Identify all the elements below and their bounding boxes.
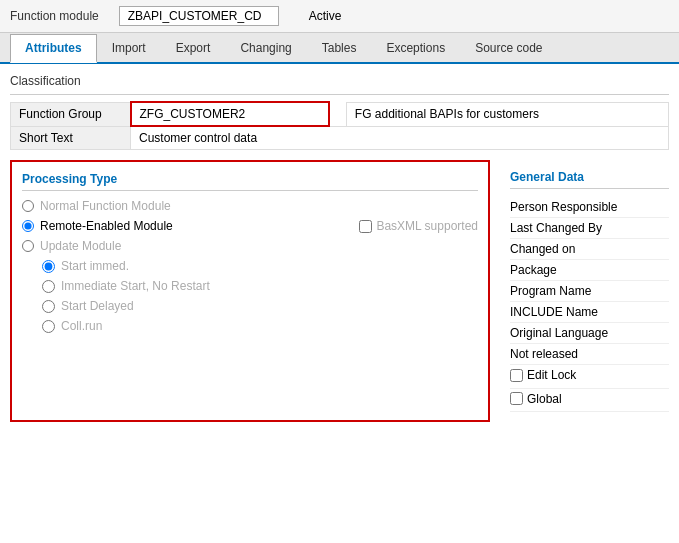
radio-update-input[interactable] — [22, 240, 34, 252]
radio-group: Normal Function Module Remote-Enabled Mo… — [22, 199, 478, 333]
radio-coll-run-input[interactable] — [42, 320, 55, 333]
classification-table: Function Group ZFG_CUSTOMER2 FG addition… — [10, 101, 669, 150]
divider-1 — [10, 94, 669, 95]
processing-type-title: Processing Type — [22, 172, 478, 191]
short-text-label: Short Text — [11, 126, 131, 150]
table-row: Function Group ZFG_CUSTOMER2 FG addition… — [11, 102, 669, 126]
basxml-label: BasXML supported — [376, 219, 478, 233]
tab-import[interactable]: Import — [97, 34, 161, 63]
general-data-title: General Data — [510, 170, 669, 189]
radio-start-immed-label: Start immed. — [61, 259, 129, 273]
global-row: Global — [510, 389, 669, 413]
tab-exceptions[interactable]: Exceptions — [371, 34, 460, 63]
tab-source-code[interactable]: Source code — [460, 34, 557, 63]
edit-lock-label: Edit Lock — [527, 368, 576, 382]
tab-tables[interactable]: Tables — [307, 34, 372, 63]
radio-remote-label: Remote-Enabled Module — [40, 219, 173, 233]
radio-update: Update Module — [22, 239, 478, 253]
radio-start-immed-input[interactable] — [42, 260, 55, 273]
include-name: INCLUDE Name — [510, 302, 669, 323]
function-group-label: Function Group — [11, 102, 131, 126]
basxml-checkbox[interactable] — [359, 220, 372, 233]
general-data-box: General Data Person Responsible Last Cha… — [500, 160, 669, 422]
radio-immediate-no-restart-label: Immediate Start, No Restart — [61, 279, 210, 293]
original-language: Original Language — [510, 323, 669, 344]
processing-type-box: Processing Type Normal Function Module R… — [10, 160, 490, 422]
function-group-extra: FG additional BAPIs for customers — [346, 102, 668, 126]
edit-lock-row: Edit Lock — [510, 365, 669, 389]
tab-export[interactable]: Export — [161, 34, 226, 63]
tab-changing[interactable]: Changing — [225, 34, 306, 63]
table-row: Short Text Customer control data — [11, 126, 669, 150]
radio-normal-input[interactable] — [22, 200, 34, 212]
radio-start-delayed: Start Delayed — [42, 299, 478, 313]
last-changed-by: Last Changed By — [510, 218, 669, 239]
module-label: Function module — [10, 9, 99, 23]
radio-normal-label: Normal Function Module — [40, 199, 171, 213]
program-name: Program Name — [510, 281, 669, 302]
classification-label: Classification — [10, 74, 669, 88]
radio-remote-input[interactable] — [22, 220, 34, 232]
header: Function module ZBAPI_CUSTOMER_CD Active — [0, 0, 679, 33]
radio-coll-run: Coll.run — [42, 319, 478, 333]
tab-attributes[interactable]: Attributes — [10, 34, 97, 63]
short-text-value: Customer control data — [131, 126, 669, 150]
global-label: Global — [527, 392, 562, 406]
tab-bar: Attributes Import Export Changing Tables… — [0, 33, 679, 64]
radio-remote: Remote-Enabled Module BasXML supported — [22, 219, 478, 233]
edit-lock-checkbox[interactable] — [510, 369, 523, 382]
person-responsible: Person Responsible — [510, 197, 669, 218]
global-checkbox[interactable] — [510, 392, 523, 405]
package: Package — [510, 260, 669, 281]
function-group-value: ZFG_CUSTOMER2 — [131, 102, 329, 126]
radio-start-delayed-label: Start Delayed — [61, 299, 134, 313]
radio-immediate-no-restart-input[interactable] — [42, 280, 55, 293]
radio-start-immed: Start immed. — [42, 259, 478, 273]
bottom-section: Processing Type Normal Function Module R… — [10, 160, 669, 422]
changed-on: Changed on — [510, 239, 669, 260]
radio-update-label: Update Module — [40, 239, 121, 253]
not-released: Not released — [510, 344, 669, 365]
radio-immediate-no-restart: Immediate Start, No Restart — [42, 279, 478, 293]
status-badge: Active — [309, 9, 342, 23]
module-value: ZBAPI_CUSTOMER_CD — [119, 6, 279, 26]
radio-coll-run-label: Coll.run — [61, 319, 102, 333]
radio-start-delayed-input[interactable] — [42, 300, 55, 313]
radio-normal: Normal Function Module — [22, 199, 478, 213]
content-area: Classification Function Group ZFG_CUSTOM… — [0, 64, 679, 432]
